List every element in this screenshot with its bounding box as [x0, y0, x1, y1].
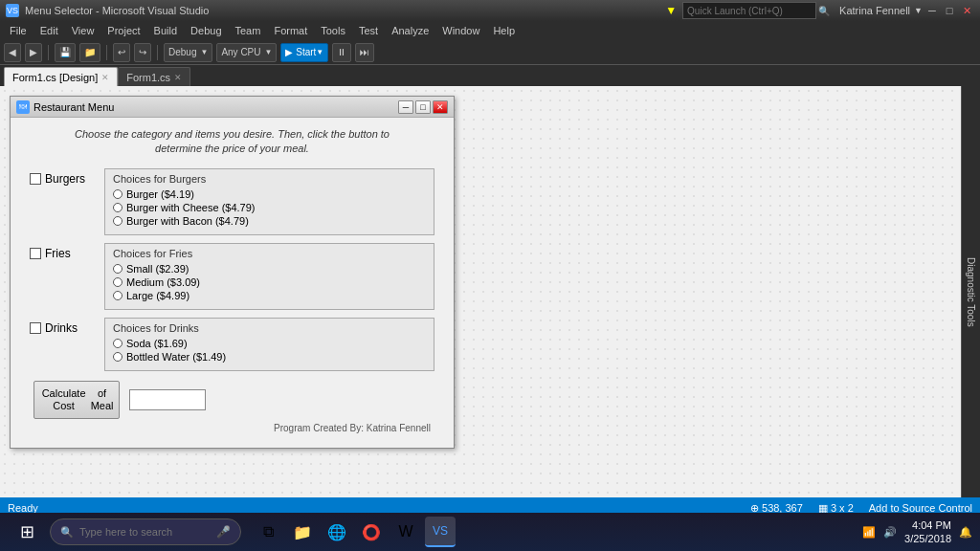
fries-option-1: Small ($2.39) — [113, 263, 426, 275]
undo-button[interactable]: ↩ — [113, 43, 130, 62]
user-area: Katrina Fennell ▼ — [839, 5, 923, 16]
chrome-icon[interactable]: ⭕ — [356, 517, 387, 547]
fries-checkbox[interactable] — [30, 248, 41, 259]
quick-launch-input[interactable] — [682, 2, 816, 19]
form-minimize-btn[interactable]: ─ — [398, 100, 413, 114]
credit-text: Program Created By: Katrina Fennell — [274, 423, 431, 433]
burger-radio-3[interactable] — [113, 216, 122, 226]
drinks-radio-2[interactable] — [113, 352, 122, 362]
form-close-btn[interactable]: ✕ — [433, 100, 448, 114]
save-all-button[interactable]: 📁 — [79, 43, 100, 62]
time-display: 4:04 PM — [904, 518, 951, 532]
burger-option-2: Burger with Cheese ($4.79) — [113, 202, 426, 213]
menu-test[interactable]: Test — [353, 23, 384, 38]
tab-form1-cs-close[interactable]: ✕ — [174, 73, 182, 82]
main-content: 🍽 Restaurant Menu ─ □ ✕ Choose the categ… — [0, 86, 980, 497]
fries-radio-2[interactable] — [113, 277, 122, 287]
menu-edit[interactable]: Edit — [34, 23, 64, 38]
tab-form1-cs[interactable]: Form1.cs ✕ — [118, 67, 190, 86]
file-explorer-icon[interactable]: 📁 — [287, 517, 318, 547]
drinks-checkbox[interactable] — [30, 322, 41, 334]
task-view-icon[interactable]: ⧉ — [253, 517, 283, 547]
burger-radio-2[interactable] — [113, 203, 122, 212]
taskbar: ⊞ 🔍 🎤 ⧉ 📁 🌐 ⭕ W VS 📶 🔊 4:04 PM 3/25/2018… — [0, 513, 980, 551]
menu-project[interactable]: Project — [101, 23, 145, 38]
user-name: Katrina Fennell — [839, 5, 910, 16]
fries-label-2: Medium ($3.09) — [126, 276, 200, 288]
debug-config-chevron: ▼ — [200, 48, 208, 56]
save-button[interactable]: 💾 — [55, 43, 76, 62]
menu-window[interactable]: Window — [436, 23, 485, 38]
menu-view[interactable]: View — [66, 23, 100, 38]
drinks-label: Drinks — [45, 321, 78, 335]
search-bar[interactable]: 🔍 🎤 — [50, 518, 241, 545]
form-maximize-btn[interactable]: □ — [415, 100, 431, 114]
drinks-choices-box: Choices for Drinks Soda ($1.69) Bottled … — [104, 318, 434, 371]
start-button[interactable]: ▶ Start ▼ — [280, 43, 328, 62]
diagnostic-tools-label: Diagnostic Tools — [966, 257, 976, 327]
cpu-dropdown[interactable]: Any CPU ▼ — [216, 43, 277, 62]
menu-debug[interactable]: Debug — [185, 23, 227, 38]
maximize-button[interactable]: □ — [942, 3, 957, 18]
program-credit: Program Created By: Katrina Fennell — [30, 423, 434, 433]
back-button[interactable]: ◀ — [4, 43, 21, 62]
close-button[interactable]: ✕ — [959, 3, 974, 18]
burgers-checkbox[interactable] — [30, 173, 41, 185]
window-title: Menu Selector - Microsoft Visual Studio — [25, 5, 209, 16]
drinks-option-1: Soda ($1.69) — [113, 338, 426, 349]
menu-analyze[interactable]: Analyze — [386, 23, 434, 38]
tab-form1-design[interactable]: Form1.cs [Design] ✕ — [4, 67, 118, 86]
start-label: ▶ Start — [285, 47, 316, 57]
menu-file[interactable]: File — [4, 23, 33, 38]
menu-help[interactable]: Help — [487, 23, 521, 38]
debug-config-label: Debug — [168, 47, 196, 57]
step-button[interactable]: ⏭ — [355, 43, 374, 62]
calculate-button[interactable]: Calculate Cost of Meal — [33, 381, 120, 419]
start-dropdown-icon: ▼ — [316, 48, 323, 56]
drinks-radio-1[interactable] — [113, 339, 122, 348]
burger-radio-1[interactable] — [113, 189, 122, 199]
toolbar-separator-1 — [48, 45, 49, 60]
menu-build[interactable]: Build — [148, 23, 183, 38]
fries-radio-1[interactable] — [113, 264, 122, 274]
vs-taskbar-icon[interactable]: VS — [425, 517, 456, 547]
forward-button[interactable]: ▶ — [25, 43, 42, 62]
drinks-section: Drinks Choices for Drinks Soda ($1.69) B… — [30, 318, 434, 371]
cost-display[interactable] — [129, 389, 206, 410]
word-icon[interactable]: W — [390, 517, 421, 547]
fries-label-1: Small ($2.39) — [126, 263, 189, 275]
search-icon: 🔍 — [818, 6, 830, 16]
tab-form1-design-close[interactable]: ✕ — [101, 73, 109, 82]
menu-bar: File Edit View Project Build Debug Team … — [0, 21, 980, 40]
menu-tools[interactable]: Tools — [315, 23, 351, 38]
tab-bar: Form1.cs [Design] ✕ Form1.cs ✕ — [0, 65, 980, 86]
minimize-button[interactable]: ─ — [924, 3, 940, 18]
burger-label-1: Burger ($4.19) — [126, 188, 194, 200]
vs-title-bar: VS Menu Selector - Microsoft Visual Stud… — [0, 0, 980, 21]
burgers-choices-title: Choices for Burgers — [113, 173, 426, 185]
redo-button[interactable]: ↪ — [134, 43, 151, 62]
edge-icon[interactable]: 🌐 — [322, 517, 352, 547]
menu-team[interactable]: Team — [230, 23, 267, 38]
fries-choices-title: Choices for Fries — [113, 248, 426, 259]
taskbar-search-input[interactable] — [79, 526, 211, 538]
taskbar-right: 📶 🔊 4:04 PM 3/25/2018 🔔 — [862, 518, 972, 546]
search-icon: 🔍 — [60, 526, 74, 539]
fries-option-2: Medium ($3.09) — [113, 276, 426, 288]
fries-radio-3[interactable] — [113, 291, 122, 300]
start-menu-button[interactable]: ⊞ — [8, 517, 46, 547]
menu-format[interactable]: Format — [268, 23, 313, 38]
form-title: Restaurant Menu — [33, 101, 114, 113]
drinks-checkbox-area: Drinks — [30, 318, 97, 335]
fries-section: Fries Choices for Fries Small ($2.39) Me… — [30, 243, 434, 310]
debug-config-dropdown[interactable]: Debug ▼ — [164, 43, 212, 62]
pause-button[interactable]: ⏸ — [332, 43, 351, 62]
quick-launch-area: 🔍 — [682, 2, 830, 19]
fries-choices-box: Choices for Fries Small ($2.39) Medium (… — [104, 243, 434, 310]
form-title-bar: 🍽 Restaurant Menu ─ □ ✕ — [11, 97, 454, 118]
burgers-choices-box: Choices for Burgers Burger ($4.19) Burge… — [104, 168, 434, 235]
toolbar-1: ◀ ▶ 💾 📁 ↩ ↪ Debug ▼ Any CPU ▼ ▶ Start ▼ … — [0, 40, 980, 65]
diagnostic-tools-panel[interactable]: Diagnostic Tools — [961, 86, 980, 497]
form-icon: 🍽 — [16, 100, 30, 114]
toolbar-separator-3 — [157, 45, 158, 60]
